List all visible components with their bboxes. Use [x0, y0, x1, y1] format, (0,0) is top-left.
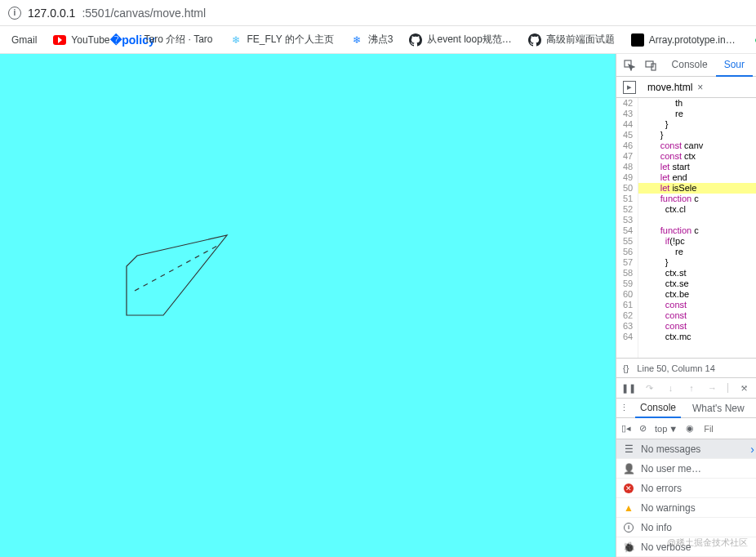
clear-console-icon[interactable]: ⊘ — [639, 423, 647, 434]
bookmark-array[interactable]: Array.prototype.in… — [625, 30, 742, 50]
message-filter-no-errors[interactable]: ✕No errors — [616, 479, 756, 498]
devtools-panel: Console Sour ▸ move.html × 4243444546474… — [616, 54, 756, 557]
code-content[interactable]: th re } } const canv const ctx let start… — [638, 98, 756, 358]
error-icon: ✕ — [623, 483, 634, 494]
code-line[interactable]: if(!pc — [638, 236, 756, 247]
bookmark-label: 沸点3 — [368, 33, 394, 47]
file-name: move.html — [647, 82, 692, 93]
code-line[interactable]: function c — [638, 194, 756, 204]
bookmark-youtube[interactable]: YouTube — [47, 30, 116, 50]
braces-icon[interactable]: {} — [623, 363, 629, 373]
code-line[interactable]: re — [638, 109, 756, 119]
bookmark-label: Taro 介绍 · Taro — [145, 33, 213, 47]
context-selector[interactable]: top▼ — [655, 424, 678, 434]
svg-line-0 — [135, 245, 219, 291]
file-tab-move[interactable]: move.html × — [643, 79, 708, 96]
code-line[interactable]: ctx.cl — [638, 204, 756, 215]
message-text: No messages — [641, 443, 700, 455]
bookmark-eventloop[interactable]: 从event loop规范… — [402, 29, 518, 50]
code-line[interactable]: ctx.mc — [638, 332, 756, 342]
warning-icon: ▲ — [623, 502, 634, 514]
bug-icon: 🐞 — [623, 541, 634, 553]
code-line[interactable]: re — [638, 247, 756, 257]
message-text: No user me… — [641, 463, 701, 475]
wechat-icon: ● — [752, 33, 756, 47]
code-line[interactable]: } — [638, 130, 756, 140]
address-bar: i 127.0.0.1:5501/canvas/move.html — [0, 0, 756, 26]
code-line[interactable]: const — [638, 310, 756, 321]
code-line[interactable]: ctx.be — [638, 289, 756, 300]
live-expression-icon[interactable]: ◉ — [686, 423, 694, 434]
code-line[interactable] — [638, 215, 756, 225]
message-text: No errors — [641, 483, 682, 494]
message-filter-no-user[interactable]: 👤No user me… — [616, 459, 756, 479]
code-editor[interactable]: 4243444546474849505152535455565758596061… — [616, 98, 756, 358]
step-over-icon[interactable]: ↷ — [643, 381, 657, 395]
bookmark-label: Gmail — [11, 34, 37, 46]
drawer-menu-icon[interactable]: ⋮ — [620, 403, 629, 413]
bookmark-fefly[interactable]: ❄ FE_FLY 的个人主页 — [223, 29, 340, 50]
user-icon: 👤 — [623, 463, 634, 475]
tab-sources[interactable]: Sour — [716, 54, 753, 77]
bookmark-wechat[interactable]: ● — [745, 30, 756, 50]
devtools-toolbar: Console Sour — [616, 54, 756, 77]
info-icon: i — [623, 522, 634, 533]
code-line[interactable]: const ctx — [638, 151, 756, 162]
message-filter-no-info[interactable]: iNo info — [616, 518, 756, 537]
pause-icon[interactable]: ❚❚ — [621, 381, 636, 395]
mdn-icon — [631, 33, 644, 47]
juejin-icon: ❄ — [350, 33, 363, 47]
step-out-icon[interactable]: ↑ — [684, 381, 699, 395]
step-into-icon[interactable]: ↓ — [664, 381, 678, 395]
bookmark-taro[interactable]: �policy Taro 介绍 · Taro — [120, 29, 220, 50]
bookmarks-bar: Gmail YouTube �policy Taro 介绍 · Taro ❄ F… — [0, 26, 756, 54]
watermark: @稀土掘金技术社区 — [667, 537, 748, 549]
fly-icon: ❄ — [229, 33, 242, 47]
code-line[interactable]: let start — [638, 162, 756, 172]
bookmark-label: Array.prototype.in… — [649, 34, 736, 46]
device-toggle-icon[interactable] — [641, 56, 660, 74]
code-line[interactable]: } — [638, 257, 756, 268]
url-host[interactable]: 127.0.0.1 — [28, 7, 75, 20]
code-line[interactable]: ctx.st — [638, 268, 756, 278]
bookmark-juejin[interactable]: ❄ 沸点3 — [344, 29, 400, 50]
github-icon — [528, 33, 541, 47]
console-toolbar: ▯◂ ⊘ top▼ ◉ — [616, 418, 756, 439]
deactivate-breakpoints-icon[interactable]: ⤧ — [736, 381, 751, 395]
drawer-tab-whatsnew[interactable]: What's New — [687, 399, 749, 417]
filter-input[interactable] — [702, 422, 756, 435]
bookmark-interview[interactable]: 高级前端面试题 — [522, 29, 621, 50]
site-info-icon[interactable]: i — [8, 7, 21, 20]
file-tabs: ▸ move.html × — [616, 77, 756, 98]
code-line[interactable]: ctx.se — [638, 278, 756, 289]
code-line[interactable]: const — [638, 321, 756, 332]
canvas-area[interactable] — [0, 54, 616, 557]
inspect-element-icon[interactable] — [620, 56, 639, 74]
chevron-right-icon[interactable]: › — [750, 443, 754, 456]
step-icon[interactable]: → — [705, 381, 720, 395]
bookmark-label: YouTube — [71, 34, 109, 46]
code-line[interactable]: let end — [638, 172, 756, 183]
message-text: No warnings — [641, 502, 696, 514]
message-filter-no-messages[interactable]: ☰No messages — [616, 439, 756, 459]
message-text: No info — [641, 522, 672, 533]
sidebar-toggle-icon[interactable]: ▯◂ — [621, 423, 631, 434]
message-filter-no-warnings[interactable]: ▲No warnings — [616, 498, 756, 518]
code-line[interactable]: function c — [638, 225, 756, 236]
bookmark-label: 高级前端面试题 — [546, 33, 615, 47]
tab-console[interactable]: Console — [664, 54, 716, 77]
code-line[interactable]: } — [638, 119, 756, 130]
code-line[interactable]: let isSele — [638, 183, 756, 194]
code-line[interactable]: th — [638, 98, 756, 109]
close-icon[interactable]: × — [697, 82, 703, 93]
url-path[interactable]: :5501/canvas/move.html — [82, 7, 206, 20]
bookmark-gmail[interactable]: Gmail — [5, 31, 43, 49]
code-line[interactable]: const — [638, 300, 756, 310]
drawer-tab-console[interactable]: Console — [635, 399, 681, 418]
navigator-icon[interactable]: ▸ — [620, 78, 639, 96]
main-area: Console Sour ▸ move.html × 4243444546474… — [0, 54, 756, 557]
bookmark-label: FE_FLY 的个人主页 — [247, 33, 334, 47]
list-icon: ☰ — [623, 443, 634, 455]
github-icon — [409, 33, 422, 47]
code-line[interactable]: const canv — [638, 140, 756, 151]
